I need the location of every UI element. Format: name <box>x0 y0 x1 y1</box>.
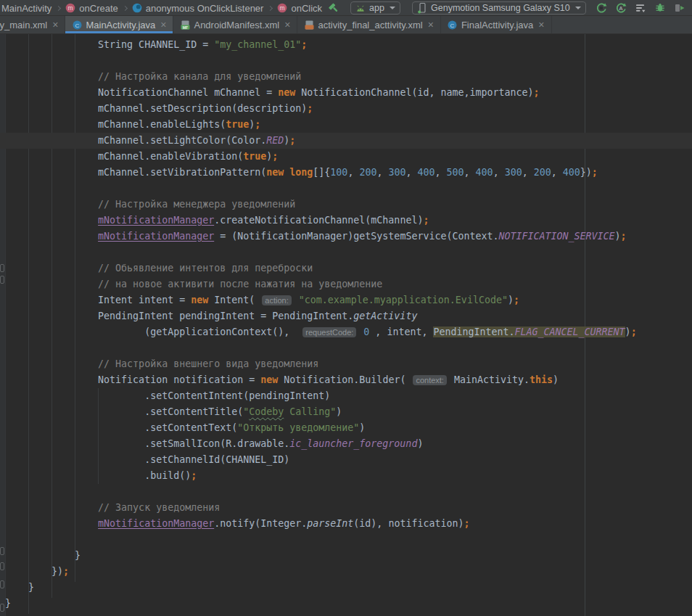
breadcrumb-item[interactable]: MainActivity <box>1 3 52 14</box>
code-line: .setContentIntent(pendingIntent) <box>0 388 692 404</box>
tab-activity-final-acttivity-xml[interactable]: activity_final_acttivity.xml× <box>297 16 440 33</box>
code-line <box>0 340 692 356</box>
code-token: .setChannelId(CHANNEL_ID) <box>5 454 289 465</box>
code-token: // на новое активити после нажатия на ув… <box>5 279 382 289</box>
breadcrumb-item[interactable]: anonymous OnClickListener <box>132 3 264 14</box>
code-token: FLAG_CANCEL_CURRENT <box>515 327 625 337</box>
code-token: , <box>464 167 476 178</box>
phone-icon <box>417 3 427 13</box>
tab-androidmanifest-xml[interactable]: MFAndroidManifest.xml× <box>173 16 297 33</box>
chevron-down-icon <box>390 7 395 9</box>
code-token: .setContentText( <box>5 422 237 433</box>
code-line: mNotificationManager.createNotificationC… <box>0 213 692 229</box>
code-token: MainActivity. <box>448 374 530 385</box>
fold-marker-icon[interactable] <box>0 276 4 284</box>
code-token: , intent, <box>369 327 433 337</box>
code-line: NotificationChannel mChannel = new Notif… <box>0 85 692 101</box>
code-token: 400 <box>476 167 493 178</box>
code-token: 400 <box>418 167 435 178</box>
breadcrumb-item[interactable]: monCreate <box>65 3 118 14</box>
code-token: ; <box>301 39 307 50</box>
code-token: , <box>522 167 534 178</box>
code-token: ) <box>359 422 365 433</box>
code-token: ) <box>553 374 559 385</box>
apply-code-changes-icon[interactable]: A <box>615 2 627 14</box>
code-token: new <box>278 87 295 98</box>
close-icon[interactable]: × <box>160 20 166 30</box>
code-token: 100 <box>330 167 347 178</box>
fold-marker-icon[interactable] <box>0 547 4 555</box>
tab-finalacttivity-java[interactable]: CFinalActtivity.java× <box>441 16 552 33</box>
debug-icon[interactable] <box>654 2 666 14</box>
code-token: new <box>191 295 208 305</box>
code-token: ; <box>423 215 429 226</box>
code-token: }) <box>5 566 63 577</box>
breadcrumb: MainActivitymonCreateanonymous OnClickLi… <box>1 0 322 16</box>
code-line <box>0 245 692 260</box>
code-token: Codeby <box>249 406 284 417</box>
apply-changes-icon[interactable] <box>596 2 607 14</box>
fold-marker-icon[interactable] <box>0 562 4 570</box>
java-class-icon: C <box>448 20 458 30</box>
code-token: = (NotificationManager)getSystemService(… <box>214 231 498 242</box>
close-icon[interactable]: × <box>52 20 58 30</box>
code-token: , <box>493 167 505 178</box>
code-token: "com.example.myapplication.EvilCode" <box>299 295 508 305</box>
fold-marker-icon[interactable] <box>0 580 4 588</box>
code-token: , <box>405 167 417 178</box>
chevron-down-icon <box>575 7 581 9</box>
code-token: Intent intent = <box>5 295 191 305</box>
java-class-icon: C <box>72 20 82 30</box>
code-line: mChannel.enableLights(true); <box>0 117 692 133</box>
code-token: NOTIFICATION_SERVICE <box>498 231 614 242</box>
profiler-icon[interactable] <box>635 2 646 14</box>
code-token: } <box>5 550 81 561</box>
tab-label: activity_final_acttivity.xml <box>318 20 422 30</box>
code-line: PendingIntent pendingIntent = PendingInt… <box>0 308 692 324</box>
tab-label: FinalActtivity.java <box>461 20 533 30</box>
code-token: ) <box>417 438 423 449</box>
device-selector[interactable]: Genymotion Samsung Galaxy S10 <box>412 1 586 15</box>
code-token: mChannel.enableLights( <box>5 119 226 130</box>
code-line: Intent intent = new Intent( action: "com… <box>0 292 692 308</box>
code-token: ; <box>621 231 627 242</box>
code-token: (id), notification) <box>353 518 464 529</box>
code-token: "my_channel_01" <box>214 39 301 50</box>
attach-debugger-icon[interactable] <box>674 2 685 14</box>
tab-ity-main-xml[interactable]: ity_main.xml× <box>0 16 65 33</box>
breadcrumb-label: onCreate <box>79 3 118 14</box>
fold-marker-icon[interactable] <box>0 604 4 612</box>
close-icon[interactable]: × <box>538 20 544 30</box>
method-icon: m <box>277 3 287 13</box>
anonymous-class-icon <box>132 3 142 13</box>
code-token: } <box>5 598 11 609</box>
svg-text:A: A <box>619 5 623 12</box>
parameter-hint: context: <box>413 375 447 385</box>
code-token: ; <box>464 518 469 529</box>
code-line: .setSmallIcon(R.drawable.ic_launcher_for… <box>0 436 692 452</box>
breadcrumb-item[interactable]: monClick <box>277 3 322 14</box>
tab-mainactivity-java[interactable]: CMainActivity.java× <box>65 16 173 33</box>
code-line: String CHANNEL_ID = "my_channel_01"; <box>0 37 692 53</box>
device-label: Genymotion Samsung Galaxy S10 <box>431 3 570 13</box>
code-editor[interactable]: String CHANNEL_ID = "my_channel_01"; // … <box>0 34 692 616</box>
close-icon[interactable]: × <box>428 20 434 30</box>
code-token: // Запуск уведомления <box>5 502 220 513</box>
code-token: 200 <box>534 167 551 178</box>
toolbar-actions: A <box>596 2 685 14</box>
build-hammer-icon[interactable] <box>328 2 339 14</box>
fold-marker-icon[interactable] <box>0 264 4 272</box>
svg-text:C: C <box>450 22 455 28</box>
run-config-selector[interactable]: app <box>350 1 400 15</box>
code-line: // на новое активити после нажатия на ув… <box>0 276 692 292</box>
code-token: parseInt <box>307 518 353 529</box>
code-token: true <box>243 151 266 162</box>
code-token: NotificationChannel mChannel = <box>5 87 278 98</box>
code-line <box>0 53 692 69</box>
code-token: long <box>289 167 313 178</box>
tab-label: ity_main.xml <box>0 20 47 30</box>
code-token: .setContentTitle( <box>5 406 243 417</box>
code-line: .setChannelId(CHANNEL_ID) <box>0 452 692 468</box>
code-token <box>5 518 98 529</box>
close-icon[interactable]: × <box>284 20 290 30</box>
